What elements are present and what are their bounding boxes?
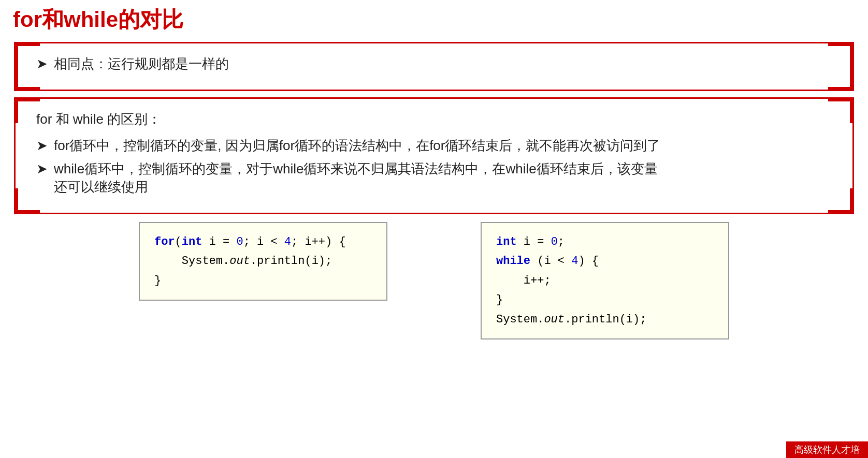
code-area: for(int i = 0; i < 4; i++) { System.out.… [10, 222, 858, 339]
for-line-1: for(int i = 0; i < 4; i++) { [154, 232, 372, 252]
corner-tl-2 [14, 97, 40, 123]
difference-item-1: ➤ for循环中，控制循环的变量, 因为归属for循环的语法结构中，在for循环… [36, 137, 832, 155]
while-line-5: System.out.println(i); [496, 310, 714, 329]
corner-tr [828, 42, 854, 68]
bottom-line [40, 90, 828, 91]
watermark: 高级软件人才培 [786, 441, 868, 458]
corner-tl [14, 42, 40, 68]
left-line-2 [14, 123, 16, 188]
top-line [40, 42, 828, 43]
for-code-block: for(int i = 0; i < 4; i++) { System.out.… [139, 222, 387, 301]
while-line-2: while (i < 4) { [496, 252, 714, 271]
bottom-line-2 [40, 213, 828, 214]
page-title: for和while的对比 [10, 5, 858, 34]
for-line-3: } [154, 271, 372, 290]
difference-box: for 和 while 的区别： ➤ for循环中，控制循环的变量, 因为归属f… [16, 99, 852, 213]
difference-item-2: ➤ while循环中，控制循环的变量，对于while循环来说不归属其语法结构中，… [36, 160, 832, 196]
page-container: for和while的对比 ➤ 相同点：运行规则都是一样的 for 和 while… [0, 0, 868, 458]
top-line-2 [40, 97, 828, 99]
difference-heading: for 和 while 的区别： [36, 110, 832, 128]
for-line-2: System.out.println(i); [154, 252, 372, 271]
corner-tr-2 [828, 97, 854, 123]
while-line-4: } [496, 290, 714, 309]
while-code-block: int i = 0; while (i < 4) { i++; } System… [481, 222, 729, 339]
right-line-2 [852, 123, 854, 188]
difference-text-2: while循环中，控制循环的变量，对于while循环来说不归属其语法结构中，在w… [54, 160, 658, 196]
difference-text-1: for循环中，控制循环的变量, 因为归属for循环的语法结构中，在for循环结束… [54, 137, 660, 155]
corner-bl-2 [14, 188, 40, 214]
similarity-text: 相同点：运行规则都是一样的 [54, 55, 229, 73]
bullet-arrow-2: ➤ [36, 138, 48, 154]
corner-br-2 [828, 188, 854, 214]
corner-bl [14, 65, 40, 91]
similarity-box: ➤ 相同点：运行规则都是一样的 [16, 43, 852, 90]
bullet-arrow-3: ➤ [36, 161, 48, 177]
while-line-3: i++; [496, 271, 714, 290]
similarity-item: ➤ 相同点：运行规则都是一样的 [36, 55, 832, 73]
while-line-1: int i = 0; [496, 232, 714, 252]
corner-br [828, 65, 854, 91]
